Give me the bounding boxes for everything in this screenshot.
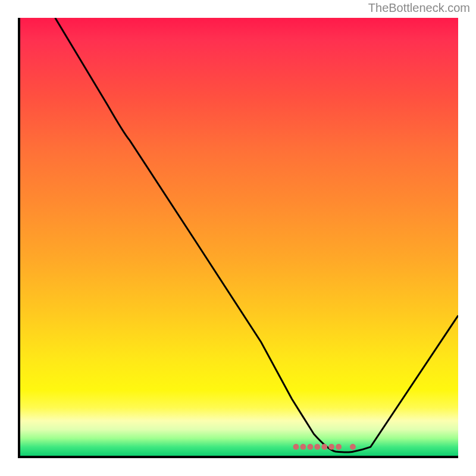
watermark-text: TheBottleneck.com (368, 1, 470, 15)
marker-dot (336, 444, 342, 450)
marker-dot (350, 444, 356, 450)
chart-plot-area (18, 18, 458, 458)
marker-dot (293, 444, 299, 450)
marker-dot (314, 444, 320, 450)
marker-dot (300, 444, 306, 450)
marker-dot (321, 444, 327, 450)
marker-dot (307, 444, 313, 450)
marker-dot (328, 444, 334, 450)
chart-marker-svg (20, 18, 458, 456)
